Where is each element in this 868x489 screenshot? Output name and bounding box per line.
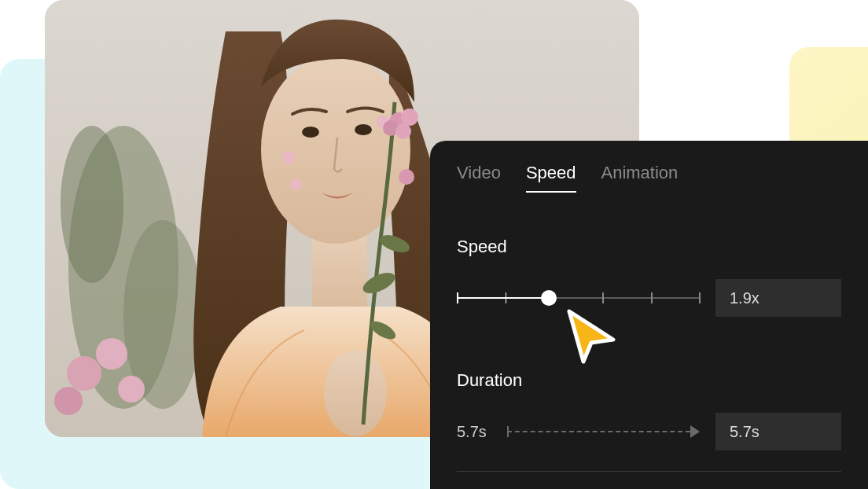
svg-point-23 bbox=[399, 169, 414, 185]
svg-point-4 bbox=[67, 356, 101, 391]
tab-speed[interactable]: Speed bbox=[526, 163, 576, 193]
svg-point-13 bbox=[291, 179, 302, 190]
svg-point-12 bbox=[282, 151, 295, 164]
svg-point-11 bbox=[355, 124, 372, 135]
speed-slider[interactable] bbox=[457, 290, 700, 306]
svg-point-22 bbox=[395, 123, 411, 139]
svg-point-5 bbox=[96, 338, 127, 370]
svg-point-6 bbox=[54, 387, 83, 415]
tab-animation[interactable]: Animation bbox=[601, 163, 679, 193]
svg-point-7 bbox=[118, 376, 145, 403]
speed-slider-thumb[interactable] bbox=[541, 290, 557, 306]
svg-point-10 bbox=[302, 127, 319, 138]
properties-panel: Video Speed Animation Speed 1.9x Duratio… bbox=[430, 141, 868, 489]
speed-value-input[interactable]: 1.9x bbox=[715, 279, 841, 317]
svg-point-20 bbox=[401, 108, 418, 126]
speed-label: Speed bbox=[457, 237, 841, 257]
duration-arrow-icon bbox=[507, 424, 700, 439]
svg-point-2 bbox=[61, 126, 123, 283]
tab-bar: Video Speed Animation bbox=[457, 163, 841, 193]
duration-start-text: 5.7s bbox=[457, 423, 491, 441]
svg-point-15 bbox=[324, 350, 387, 436]
panel-divider bbox=[457, 471, 841, 472]
duration-label: Duration bbox=[457, 370, 841, 391]
tab-video[interactable]: Video bbox=[457, 163, 501, 193]
duration-value-input[interactable]: 5.7s bbox=[715, 413, 841, 450]
